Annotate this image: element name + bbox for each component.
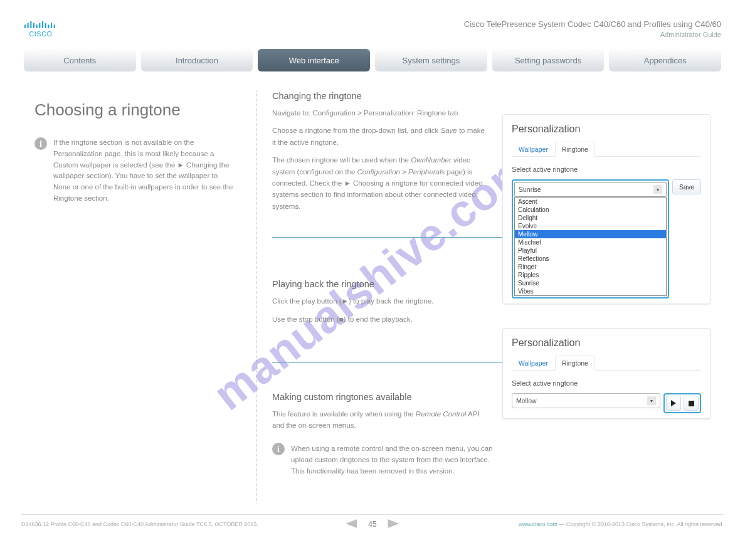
ringtone-select-2[interactable]: Mellow ▾ [512,393,660,408]
personalization-panel-2: Personalization Wallpaper Ringtone Selec… [502,328,711,419]
opt-evolve[interactable]: Evolve [515,222,666,230]
svg-text:CISCO: CISCO [29,31,52,38]
svg-rect-7 [45,23,46,28]
opt-ripples[interactable]: Ripples [515,271,666,279]
nav-system-settings[interactable]: System settings [375,49,487,71]
prev-page-button[interactable] [346,519,357,529]
section-3-note: i When using a remote control and the on… [272,443,711,477]
save-button-1[interactable]: Save [672,179,701,194]
opt-vibes[interactable]: Vibes [515,287,666,295]
panel-1-title: Personalization [512,124,701,135]
info-icon: i [34,137,47,152]
section-3-p1: This feature is available only when usin… [272,408,485,431]
cisco-logo: CISCO [24,19,60,38]
opt-ascent[interactable]: Ascent [515,198,666,206]
triangle-right-icon [388,519,399,528]
footer-center: 45 [346,519,399,529]
section-1-p2: Choose a ringtone from the drop-down lis… [272,125,485,148]
play-button[interactable] [666,396,681,411]
stop-button[interactable] [684,396,699,411]
svg-rect-6 [42,21,43,28]
doc-title: Cisco TelePresence System Codec C40/C60 … [464,19,721,30]
footer-url[interactable]: www.cisco.com [519,521,557,527]
nav-setting-passwords[interactable]: Setting passwords [492,49,605,71]
nav-tabs: Contents Introduction Web interface Syst… [24,49,721,71]
s1-p2a: Choose a ringtone from the drop-down lis… [272,127,440,134]
opt-playful[interactable]: Playful [515,246,666,255]
sidebar-note: i If the ringtone section is not availab… [34,137,235,204]
svg-text:i: i [40,139,42,149]
doc-subtitle: Administrator Guide [464,30,721,40]
opt-mellow[interactable]: Mellow [515,230,666,238]
svg-marker-18 [346,519,357,528]
svg-rect-2 [30,21,31,28]
chevron-down-icon: ▾ [653,185,662,194]
s1-save-word: Save [440,127,457,134]
s1-p3a1: The chosen ringtone will be used when th… [272,156,411,164]
nav-appendices[interactable]: Appendices [609,49,721,71]
tab-wallpaper[interactable]: Wallpaper [512,142,555,157]
panel-2-row: Mellow ▾ [512,393,701,413]
opt-calculation[interactable]: Calculation [515,206,666,214]
nav-contents[interactable]: Contents [24,49,136,71]
section-2-p1: Click the play button (►) to play back t… [272,295,485,307]
opt-delight[interactable]: Delight [515,214,666,222]
svg-text:i: i [277,445,280,454]
sidebar-note-text: If the ringtone section is not available… [53,137,235,204]
svg-rect-1 [28,23,29,28]
ringtone-select-2-value: Mellow [516,397,537,404]
tab-ringtone-2[interactable]: Ringtone [555,356,595,371]
opt-sunrise[interactable]: Sunrise [515,279,666,287]
section-2-body: Click the play button (►) to play back t… [272,295,485,325]
svg-rect-5 [39,23,40,28]
section-1-body: Navigate to: Configuration > Personaliza… [272,107,485,212]
ringtone-options[interactable]: Ascent Calculation Delight Evolve Mellow… [514,197,667,296]
panel-2-title: Personalization [512,337,701,349]
section-2-p2: Use the stop button (■) to end the playb… [272,314,485,325]
footer: D14636.12 Profile C60-C40 and Codec C60-… [21,514,724,527]
panel-2-tabs: Wallpaper Ringtone [512,355,701,371]
chevron-down-icon: ▾ [647,396,656,405]
footer-right: www.cisco.com — Copyright © 2010-2013 Ci… [519,521,724,527]
sidebar: Choosing a ringtone i If the ringtone se… [34,100,235,204]
section-1-nav-path: Navigate to: Configuration > Personaliza… [272,107,485,119]
svg-marker-16 [671,400,676,406]
header: CISCO Cisco TelePresence System Codec C4… [24,19,721,40]
svg-rect-0 [24,24,26,28]
ringtone-select-1-value: Sunrise [519,186,541,193]
ringtone-select-1[interactable]: Sunrise ▾ [514,182,667,197]
nav-web-interface[interactable]: Web interface [258,49,370,71]
tab-ringtone[interactable]: Ringtone [555,142,595,157]
s3-p1a: This feature is available only when usin… [272,410,416,418]
page-number: 45 [368,520,376,529]
svg-rect-3 [33,23,34,28]
footer-left: D14636.12 Profile C60-C40 and Codec C60-… [21,521,258,527]
playback-controls [663,393,701,413]
s3-p1-em: Remote Control [416,410,467,418]
opt-mischief[interactable]: Mischief [515,238,666,246]
svg-rect-10 [54,24,55,28]
header-right: Cisco TelePresence System Codec C40/C60 … [464,19,721,40]
panel-1-select-row: Sunrise ▾ Ascent Calculation Delight Evo… [512,179,701,298]
footer-copyright: — Copyright © 2010-2013 Cisco Systems, I… [557,521,724,527]
info-icon: i [272,443,285,477]
section-1-heading: Changing the ringtone [272,91,711,101]
section-3-note-text: When using a remote control and the on-s… [291,443,504,477]
sidebar-title: Choosing a ringtone [34,100,235,120]
svg-marker-19 [388,519,399,528]
s1-p3-em1: OwnNumber [411,156,452,164]
panel-1-tabs: Wallpaper Ringtone [512,141,701,157]
opt-ringer[interactable]: Ringer [515,263,666,271]
opt-reflections[interactable]: Reflections [515,255,666,263]
stop-icon [689,401,694,406]
section-1-p3: The chosen ringtone will be used when th… [272,154,485,212]
next-page-button[interactable] [388,519,399,529]
nav-introduction[interactable]: Introduction [141,49,253,71]
svg-rect-8 [48,24,49,28]
section-3-body: This feature is available only when usin… [272,408,485,431]
svg-rect-9 [51,23,52,28]
svg-rect-4 [36,24,38,28]
triangle-left-icon [346,519,357,528]
tab-wallpaper-2[interactable]: Wallpaper [512,356,555,371]
play-icon [670,400,677,406]
